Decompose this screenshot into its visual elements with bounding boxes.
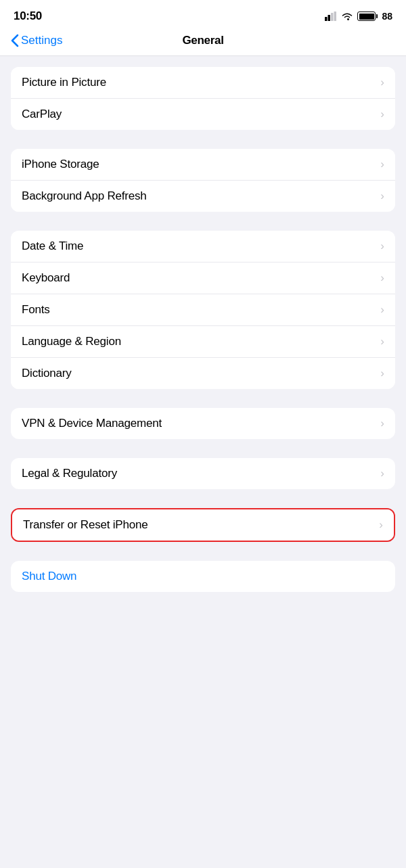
language-region-label: Language & Region xyxy=(22,335,121,348)
svg-rect-0 xyxy=(325,17,328,21)
fonts-label: Fonts xyxy=(22,303,50,317)
date-time-label: Date & Time xyxy=(22,239,83,253)
chevron-left-icon xyxy=(11,34,19,47)
dictionary-item[interactable]: Dictionary › xyxy=(11,358,395,389)
svg-rect-1 xyxy=(328,15,331,21)
chevron-right-icon: › xyxy=(379,518,383,532)
settings-group-transfer: Transfer or Reset iPhone › xyxy=(11,508,395,542)
status-icons: 88 xyxy=(325,11,392,22)
signal-icon xyxy=(325,12,337,21)
chevron-right-icon: › xyxy=(380,189,384,203)
svg-rect-2 xyxy=(331,13,334,21)
iphone-storage-label: iPhone Storage xyxy=(22,158,99,171)
background-app-refresh-item[interactable]: Background App Refresh › xyxy=(11,181,395,212)
svg-rect-3 xyxy=(334,12,337,21)
settings-group-2: iPhone Storage › Background App Refresh … xyxy=(11,149,395,212)
nav-back-label: Settings xyxy=(21,34,62,47)
chevron-right-icon: › xyxy=(380,271,384,285)
transfer-reset-label: Transfer or Reset iPhone xyxy=(23,518,148,532)
status-bar: 10:50 88 xyxy=(0,0,406,28)
chevron-right-icon: › xyxy=(380,158,384,171)
dictionary-label: Dictionary xyxy=(22,367,72,380)
picture-in-picture-item[interactable]: Picture in Picture › xyxy=(11,67,395,99)
chevron-right-icon: › xyxy=(380,303,384,317)
settings-group-4: VPN & Device Management › xyxy=(11,408,395,439)
chevron-right-icon: › xyxy=(380,417,384,430)
nav-bar: Settings General xyxy=(0,28,406,56)
legal-regulatory-item[interactable]: Legal & Regulatory › xyxy=(11,458,395,489)
legal-regulatory-label: Legal & Regulatory xyxy=(22,467,117,480)
status-time: 10:50 xyxy=(14,9,42,23)
keyboard-label: Keyboard xyxy=(22,271,70,285)
nav-title: General xyxy=(182,34,223,47)
fonts-item[interactable]: Fonts › xyxy=(11,294,395,326)
chevron-right-icon: › xyxy=(380,239,384,253)
settings-group-1: Picture in Picture › CarPlay › xyxy=(11,67,395,130)
nav-back-button[interactable]: Settings xyxy=(11,34,62,47)
picture-in-picture-label: Picture in Picture xyxy=(22,76,106,89)
transfer-reset-item[interactable]: Transfer or Reset iPhone › xyxy=(12,509,394,541)
iphone-storage-item[interactable]: iPhone Storage › xyxy=(11,149,395,181)
content: Picture in Picture › CarPlay › iPhone St… xyxy=(0,56,406,616)
chevron-right-icon: › xyxy=(380,108,384,121)
vpn-device-management-item[interactable]: VPN & Device Management › xyxy=(11,408,395,439)
keyboard-item[interactable]: Keyboard › xyxy=(11,262,395,294)
battery-percent: 88 xyxy=(382,11,392,22)
language-region-item[interactable]: Language & Region › xyxy=(11,326,395,358)
shutdown-label: Shut Down xyxy=(22,570,76,583)
shutdown-group: Shut Down xyxy=(11,561,395,592)
wifi-icon xyxy=(341,12,353,21)
chevron-right-icon: › xyxy=(380,335,384,348)
carplay-label: CarPlay xyxy=(22,108,62,121)
settings-group-3: Date & Time › Keyboard › Fonts › Languag… xyxy=(11,231,395,389)
settings-group-5: Legal & Regulatory › xyxy=(11,458,395,489)
carplay-item[interactable]: CarPlay › xyxy=(11,99,395,130)
chevron-right-icon: › xyxy=(380,467,384,480)
shutdown-item[interactable]: Shut Down xyxy=(11,561,395,592)
background-app-refresh-label: Background App Refresh xyxy=(22,189,147,203)
chevron-right-icon: › xyxy=(380,76,384,89)
vpn-device-management-label: VPN & Device Management xyxy=(22,417,162,430)
date-time-item[interactable]: Date & Time › xyxy=(11,231,395,262)
battery-icon xyxy=(357,12,378,21)
chevron-right-icon: › xyxy=(380,367,384,380)
